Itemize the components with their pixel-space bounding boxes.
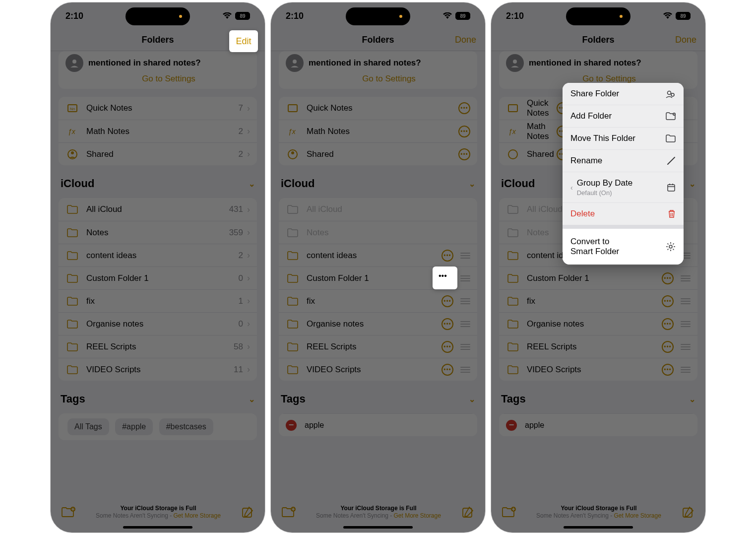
get-storage-link[interactable]: Get More Storage [393, 512, 441, 519]
folder-row[interactable]: REEL Scripts58› [59, 335, 257, 358]
menu-group-by-date[interactable]: ‹ Group By Date Default (On) [563, 172, 684, 203]
drag-handle-icon[interactable] [460, 298, 470, 304]
drag-handle-icon[interactable] [681, 367, 691, 373]
new-folder-icon[interactable] [282, 507, 296, 518]
pencil-icon [667, 156, 676, 165]
folder-shared[interactable]: Shared••• [279, 142, 477, 165]
tags-section-header[interactable]: Tags ⌄ [61, 393, 255, 405]
drag-handle-icon[interactable] [460, 344, 470, 350]
folder-row-disabled: Notes [279, 221, 477, 244]
highlight-more-button[interactable]: ••• [433, 267, 457, 289]
folder-row[interactable]: fix••• [499, 289, 697, 312]
folder-row[interactable]: Organise notes0› [59, 312, 257, 335]
more-icon[interactable]: ••• [458, 126, 470, 137]
screenshot-3: 2:10 89 Folders Done mentioned in shared… [491, 2, 706, 533]
drag-handle-icon[interactable] [681, 275, 691, 281]
go-to-settings-link[interactable]: Go to Settings [88, 74, 249, 84]
folder-row[interactable]: REEL Scripts••• [279, 335, 477, 358]
chevron-right-icon: › [247, 227, 250, 238]
tag-bestcases[interactable]: #bestcases [159, 418, 213, 435]
folder-icon [286, 274, 300, 283]
more-icon[interactable]: ••• [441, 250, 453, 262]
icloud-section-header[interactable]: iCloud ⌄ [281, 177, 475, 190]
folder-label: REEL Scripts [307, 342, 441, 352]
go-to-settings-link[interactable]: Go to Settings [529, 74, 690, 84]
go-to-settings-link[interactable]: Go to Settings [309, 74, 469, 84]
folder-row[interactable]: Custom Folder 1••• [499, 267, 697, 289]
folder-row[interactable]: VIDEO Scripts••• [499, 358, 697, 381]
tag-apple[interactable]: #apple [115, 418, 153, 435]
drag-handle-icon[interactable] [460, 321, 470, 327]
folder-math-notes[interactable]: ƒxMath Notes••• [279, 120, 477, 142]
tags-section-header[interactable]: Tags ⌄ [281, 393, 475, 405]
folder-row[interactable]: fix1› [59, 289, 257, 312]
battery-icon: 89 [235, 12, 250, 20]
more-icon[interactable]: ••• [662, 341, 674, 353]
folder-row[interactable]: Notes359› [59, 221, 257, 244]
folder-row[interactable]: Organise notes••• [499, 312, 697, 335]
tags-section-header[interactable]: Tags ⌄ [501, 393, 695, 405]
more-icon[interactable]: ••• [458, 148, 470, 160]
icloud-section-header[interactable]: iCloud ⌄ [61, 177, 255, 190]
more-icon[interactable]: ••• [441, 318, 453, 330]
more-icon[interactable]: ••• [662, 364, 674, 376]
tag-all[interactable]: All Tags [67, 418, 109, 435]
folder-row[interactable]: VIDEO Scripts11› [59, 358, 257, 381]
home-indicator [123, 526, 192, 529]
done-button[interactable]: Done [675, 35, 696, 45]
folder-row[interactable]: REEL Scripts••• [499, 335, 697, 358]
more-icon[interactable]: ••• [458, 102, 470, 114]
menu-share-folder[interactable]: Share Folder [563, 83, 684, 105]
drag-handle-icon[interactable] [460, 367, 470, 373]
menu-rename[interactable]: Rename [563, 150, 684, 172]
delete-tag-icon[interactable]: − [506, 420, 517, 431]
svg-rect-9 [288, 105, 297, 112]
folder-math-notes[interactable]: ƒx Math Notes 2 › [59, 120, 257, 142]
get-storage-link[interactable]: Get More Storage [614, 512, 661, 519]
tag-edit-row[interactable]: − apple [279, 413, 477, 436]
folder-row[interactable]: All iCloud431› [59, 198, 257, 221]
compose-icon[interactable] [241, 506, 254, 519]
more-icon[interactable]: ••• [662, 295, 674, 307]
avatar-icon [506, 54, 524, 72]
more-icon[interactable]: ••• [441, 364, 453, 376]
folder-row[interactable]: content ideas••• [279, 244, 477, 267]
folder-icon [65, 205, 79, 214]
menu-delete[interactable]: Delete [563, 203, 684, 229]
new-folder-icon[interactable] [502, 507, 516, 518]
folder-row[interactable]: Custom Folder 10› [59, 267, 257, 289]
drag-handle-icon[interactable] [681, 321, 691, 327]
folder-quick-notes[interactable]: Nn Quick Notes 7 › [59, 97, 257, 120]
compose-icon[interactable] [461, 506, 474, 519]
more-icon[interactable]: ••• [662, 318, 674, 330]
folder-quick-notes[interactable]: Quick Notes••• [279, 97, 477, 120]
shared-icon [506, 149, 520, 160]
delete-tag-icon[interactable]: − [286, 420, 297, 431]
folder-label: VIDEO Scripts [527, 365, 662, 375]
tag-edit-row[interactable]: − apple [499, 413, 697, 436]
more-icon[interactable]: ••• [662, 272, 674, 284]
get-storage-link[interactable]: Get More Storage [173, 512, 220, 519]
drag-handle-icon[interactable] [460, 253, 470, 259]
folder-row[interactable]: VIDEO Scripts••• [279, 358, 477, 381]
folder-count: 7 [239, 103, 243, 113]
svg-point-0 [72, 60, 76, 64]
menu-convert-smart-folder[interactable]: Convert to Smart Folder [563, 229, 684, 265]
new-folder-icon[interactable] [62, 507, 75, 518]
drag-handle-icon[interactable] [681, 298, 691, 304]
compose-icon[interactable] [682, 506, 694, 519]
folder-row[interactable]: Organise notes••• [279, 312, 477, 335]
menu-add-folder[interactable]: Add Folder [563, 105, 684, 128]
chevron-right-icon: › [247, 204, 250, 215]
done-button[interactable]: Done [455, 35, 476, 45]
more-icon[interactable]: ••• [441, 295, 453, 307]
folder-count: 431 [229, 204, 243, 214]
folder-row[interactable]: content ideas2› [59, 244, 257, 267]
more-icon[interactable]: ••• [441, 341, 453, 353]
folder-row[interactable]: fix••• [279, 289, 477, 312]
menu-move-folder[interactable]: Move This Folder [563, 128, 684, 150]
folder-shared[interactable]: Shared 2 › [59, 142, 257, 165]
drag-handle-icon[interactable] [460, 275, 470, 281]
drag-handle-icon[interactable] [681, 344, 691, 350]
highlight-edit-button[interactable]: Edit [229, 30, 258, 52]
